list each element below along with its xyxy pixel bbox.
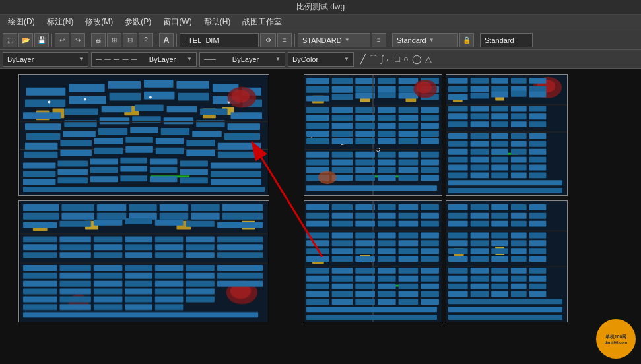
color-arrow: ▼	[344, 56, 349, 62]
svg-rect-290	[529, 106, 547, 111]
svg-rect-259	[355, 175, 375, 181]
grid-button[interactable]: ⊟	[123, 33, 137, 47]
help-btn[interactable]: ?	[139, 33, 153, 47]
svg-rect-261	[399, 175, 419, 181]
svg-rect-379	[529, 268, 547, 274]
title-bar: 比例测试.dwg	[0, 0, 641, 15]
svg-rect-263	[306, 185, 437, 191]
svg-rect-420	[332, 232, 353, 238]
bylayer-label: ByLayer	[7, 55, 34, 63]
open-button[interactable]: 📂	[18, 33, 33, 47]
linetype-dropdown[interactable]: — — — — — ByLayer ▼	[91, 52, 197, 67]
save-button[interactable]: 💾	[34, 33, 49, 47]
menu-help[interactable]: 帮助(H)	[199, 15, 236, 29]
svg-rect-429	[399, 240, 419, 246]
svg-rect-371	[491, 256, 508, 262]
svg-rect-92	[160, 204, 189, 211]
map-svg-bl	[19, 201, 269, 322]
svg-rect-294	[511, 113, 527, 119]
text-button[interactable]: A	[159, 33, 174, 47]
drawing-tools: ╱ ⌒ ∫ ⌐ □ ○ ◯ △	[359, 53, 433, 66]
svg-rect-245	[332, 160, 353, 166]
svg-rect-226	[332, 131, 353, 136]
line-tool[interactable]: ╱	[359, 53, 367, 65]
svg-rect-38	[26, 133, 60, 140]
sep2	[88, 34, 88, 47]
standard2-dropdown[interactable]: Standard ▼	[392, 33, 458, 47]
svg-rect-159	[217, 281, 263, 287]
svg-rect-368	[529, 248, 547, 254]
menu-studio[interactable]: 战图工作室	[237, 15, 287, 29]
lock-button[interactable]: 🔒	[459, 33, 474, 47]
svg-rect-414	[355, 221, 375, 227]
svg-rect-153	[23, 281, 57, 287]
svg-rect-423	[399, 232, 419, 238]
layer-dropdown[interactable]: ByLayer ▼	[3, 52, 88, 67]
menu-draw[interactable]: 绘图(D)	[3, 15, 40, 29]
svg-rect-70	[180, 161, 208, 167]
view-button[interactable]: ⊞	[107, 33, 121, 47]
svg-rect-433	[355, 248, 375, 254]
curve-tool[interactable]: ∫	[380, 53, 385, 65]
watermark-line1: 单机100网	[605, 334, 627, 340]
svg-rect-99	[160, 213, 189, 220]
svg-rect-123	[94, 244, 123, 250]
svg-rect-430	[421, 240, 439, 246]
svg-rect-378	[511, 268, 527, 274]
svg-point-62	[232, 90, 250, 103]
undo-button[interactable]: ↩	[55, 33, 69, 47]
svg-rect-182	[378, 78, 396, 84]
map-svg-bm	[304, 201, 442, 322]
svg-rect-188	[378, 86, 396, 93]
poly-tool[interactable]: ⌐	[386, 53, 393, 65]
svg-rect-339	[511, 204, 527, 210]
svg-rect-72	[23, 171, 55, 177]
svg-rect-112	[217, 222, 263, 228]
new-button[interactable]: ⬚	[3, 33, 17, 47]
svg-rect-289	[511, 106, 527, 111]
svg-rect-169	[125, 296, 152, 302]
rect-tool[interactable]: □	[393, 53, 401, 65]
dim-extra1[interactable]: ⚙	[260, 33, 276, 47]
menu-window[interactable]: 窗口(W)	[158, 15, 197, 29]
svg-rect-234	[378, 138, 396, 144]
svg-rect-349	[511, 221, 527, 227]
svg-rect-146	[125, 273, 152, 279]
style-button[interactable]: ≡	[372, 33, 386, 47]
linetype-dash: — — — — —	[96, 56, 138, 63]
circle-tool[interactable]: ○	[402, 53, 410, 65]
svg-rect-315	[491, 149, 508, 155]
arc-tool[interactable]: ⌒	[368, 53, 379, 66]
svg-rect-243	[421, 152, 439, 158]
svg-rect-51	[156, 138, 184, 144]
menu-annotate[interactable]: 标注(N)	[42, 15, 79, 29]
svg-rect-432	[332, 248, 353, 254]
lineweight-dropdown[interactable]: —— ByLayer ▼	[199, 52, 285, 67]
ellipse-tool[interactable]: ◯	[411, 53, 423, 65]
standard3-field[interactable]: Standard	[480, 33, 533, 47]
svg-rect-186	[332, 86, 353, 93]
svg-rect-111	[186, 221, 215, 227]
svg-rect-143	[23, 273, 57, 279]
svg-rect-389	[529, 284, 547, 289]
svg-rect-446	[306, 268, 329, 274]
svg-rect-330	[491, 172, 508, 178]
svg-rect-58	[156, 148, 184, 154]
dim-extra2[interactable]: ≡	[277, 33, 292, 47]
redo-button[interactable]: ↪	[71, 33, 85, 47]
panel-bottom-left	[18, 200, 269, 322]
tel-dim-input[interactable]: _TEL_DIM	[180, 33, 259, 47]
svg-rect-421	[355, 232, 375, 238]
print-button[interactable]: 🖨	[91, 33, 106, 47]
standard-dropdown[interactable]: STANDARD ▼	[298, 33, 370, 47]
svg-rect-476	[421, 299, 439, 305]
lineweight-arrow: ▼	[275, 56, 281, 62]
svg-rect-183	[399, 78, 419, 84]
svg-rect-155	[94, 281, 123, 287]
svg-rect-274	[471, 86, 489, 92]
triangle-tool[interactable]: △	[424, 53, 433, 65]
menu-params[interactable]: 参数(P)	[119, 15, 156, 29]
menu-modify[interactable]: 修改(M)	[80, 15, 118, 29]
svg-rect-130	[94, 252, 123, 258]
color-dropdown[interactable]: ByColor ▼	[288, 52, 354, 67]
